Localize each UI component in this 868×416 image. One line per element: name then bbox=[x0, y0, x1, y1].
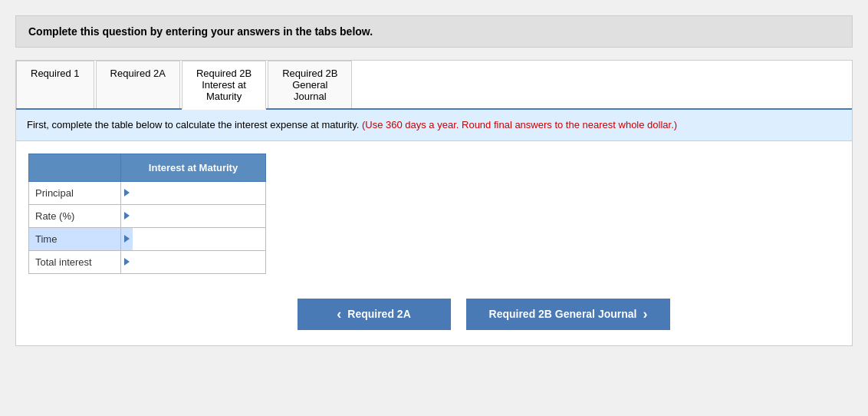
table-header-interest-at-maturity: Interest at Maturity bbox=[121, 154, 266, 181]
prev-button-label: Required 2A bbox=[347, 308, 410, 320]
tabs-row: Required 1 Required 2A Required 2B Inter… bbox=[16, 61, 852, 110]
instruction-banner: Complete this question by entering your … bbox=[15, 15, 853, 48]
principal-input[interactable] bbox=[133, 182, 265, 204]
total-interest-input-wrapper bbox=[121, 251, 265, 273]
table-row: Rate (%) bbox=[29, 204, 266, 227]
tab-required2b-interest-label: Required 2B Interest at Maturity bbox=[196, 68, 252, 102]
row-rate-label: Rate (%) bbox=[29, 204, 121, 227]
table-row-time: Time bbox=[29, 227, 266, 250]
total-interest-input[interactable] bbox=[133, 251, 265, 273]
tab-content: First, complete the table below to calcu… bbox=[16, 110, 852, 286]
tab-required1[interactable]: Required 1 bbox=[16, 61, 94, 108]
instructions-normal-text: First, complete the table below to calcu… bbox=[27, 119, 359, 130]
row-total-interest-label: Total interest bbox=[29, 250, 121, 273]
instructions-red-text: (Use 360 days a year. Round final answer… bbox=[362, 119, 677, 130]
tab-required2b-interest[interactable]: Required 2B Interest at Maturity bbox=[182, 61, 266, 110]
next-chevron-icon bbox=[643, 306, 647, 322]
table-row: Total interest bbox=[29, 250, 266, 273]
tab-required2b-journal-label: Required 2B General Journal bbox=[282, 68, 337, 102]
rate-input-wrapper bbox=[121, 205, 265, 227]
principal-input-wrapper bbox=[121, 182, 265, 204]
total-interest-arrow-icon bbox=[124, 258, 130, 266]
next-button[interactable]: Required 2B General Journal bbox=[466, 299, 671, 330]
row-rate-input-cell bbox=[121, 204, 266, 227]
time-arrow-icon bbox=[124, 235, 130, 243]
table-header-empty bbox=[29, 154, 121, 181]
row-time-label: Time bbox=[29, 227, 121, 250]
interest-table: Interest at Maturity Principal bbox=[28, 154, 266, 274]
next-button-label: Required 2B General Journal bbox=[489, 308, 637, 320]
tab-required2a[interactable]: Required 2A bbox=[96, 61, 180, 108]
tab-required2b-journal[interactable]: Required 2B General Journal bbox=[268, 61, 352, 108]
instruction-banner-text: Complete this question by entering your … bbox=[28, 25, 373, 38]
row-total-interest-input-cell bbox=[121, 250, 266, 273]
rate-input[interactable] bbox=[133, 205, 265, 227]
prev-button[interactable]: Required 2A bbox=[298, 299, 451, 330]
row-time-input-cell bbox=[121, 227, 266, 250]
content-area: Required 1 Required 2A Required 2B Inter… bbox=[15, 60, 853, 346]
page-wrapper: Complete this question by entering your … bbox=[0, 0, 868, 416]
prev-chevron-icon bbox=[337, 306, 341, 322]
row-principal-label: Principal bbox=[29, 181, 121, 204]
nav-buttons: Required 2A Required 2B General Journal bbox=[116, 286, 852, 345]
row-principal-input-cell bbox=[121, 181, 266, 204]
table-row: Principal bbox=[29, 181, 266, 204]
time-input[interactable] bbox=[133, 228, 265, 250]
instructions-block: First, complete the table below to calcu… bbox=[16, 110, 852, 141]
table-section: Interest at Maturity Principal bbox=[16, 141, 852, 286]
time-input-wrapper bbox=[121, 228, 265, 250]
rate-arrow-icon bbox=[124, 212, 130, 220]
principal-arrow-icon bbox=[124, 189, 130, 196]
